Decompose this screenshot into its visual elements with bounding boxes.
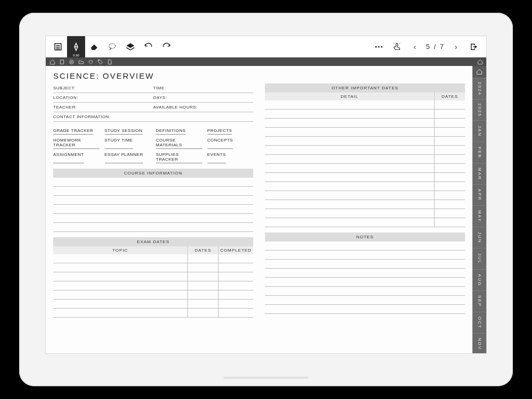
other-dates-rows [265,101,465,227]
more-icon[interactable] [370,36,388,57]
col-completed: COMPLETED [218,246,253,254]
sidetab-year-2025[interactable]: 2025 [472,99,486,120]
svg-point-12 [98,60,99,61]
app-toolbar: 0.30 ‹ 5 / [46,36,486,57]
sidetab-jul[interactable]: JUL [472,248,486,269]
svg-point-6 [375,46,377,47]
sidetab-sep[interactable]: SEP [472,290,486,312]
layers-icon[interactable] [121,36,139,57]
sidetab-may[interactable]: MAY [472,205,486,227]
field-subject: SUBJECT: [53,86,153,90]
undo-icon[interactable] [139,36,157,57]
link-homework-tracker[interactable]: HOMEWORK TRACKER [53,138,99,149]
redo-icon[interactable] [157,36,176,57]
sidetab-jan[interactable]: JAN [472,120,486,142]
side-tabs: 2024 2025 JAN FEB MAR APR MAY JUN JUL AU… [472,66,486,353]
quick-links: GRADE TRACKER STUDY SESSION DEFINITIONS … [53,128,253,163]
link-grade-tracker[interactable]: GRADE TRACKER [53,128,93,135]
link-study-time[interactable]: STUDY TIME [105,138,133,149]
exam-subheader: TOPIC DATES COMPLETED [53,246,253,254]
sidetab-mar[interactable]: MAR [472,163,486,184]
touch-gesture-icon[interactable] [388,36,406,57]
sidetab-oct[interactable]: OCT [472,312,486,333]
right-column: OTHER IMPORTANT DATES DETAIL DATES [265,84,465,318]
field-days: DAYS: [153,95,253,100]
page-indicator: 5 / 7 [424,43,447,51]
eraser-icon[interactable] [85,36,103,57]
svg-point-10 [69,60,73,63]
col-dates: DATES [187,246,218,254]
other-dates-subheader: DETAIL DATES [265,93,465,101]
page-body: SCIENCE: OVERVIEW SUBJECT:TIME: LOCATION… [46,66,472,353]
exit-icon[interactable] [465,36,483,57]
link-supplies-tracker[interactable]: SUPPLIES TRACKER [156,152,202,163]
link-events[interactable]: EVENTS [207,152,226,163]
exam-rows [53,254,253,318]
left-column: SUBJECT:TIME: LOCATION:DAYS: TEACHER:AVA… [53,84,253,318]
tablet-frame: 0.30 ‹ 5 / [19,13,513,386]
next-page-icon[interactable]: › [447,36,465,57]
screen: 0.30 ‹ 5 / [46,36,486,353]
link-study-session[interactable]: STUDY SESSION [105,128,143,135]
link-assignment[interactable]: ASSIGNMENT [53,152,84,163]
field-contact: CONTACT INFORMATION: [53,114,111,119]
field-time: TIME: [153,86,253,90]
pen-tool-icon[interactable]: 0.30 [67,36,85,57]
link-projects[interactable]: PROJECTS [207,128,232,135]
notes-lines [265,242,465,314]
secondary-toolbar [46,57,486,66]
notes-header: NOTES [265,232,465,242]
link-course-materials[interactable]: COURSE MATERIALS [156,138,202,149]
pen-size-label: 0.30 [67,54,85,57]
lasso-select-icon[interactable] [103,36,121,57]
page-title: SCIENCE: OVERVIEW [53,71,465,80]
note-mini-icon[interactable] [59,59,65,65]
svg-point-7 [378,46,379,47]
course-info-header: COURSE INFORMATION [53,169,253,178]
link-definitions[interactable]: DEFINITIONS [156,128,186,135]
file-mini-icon[interactable] [106,59,113,65]
field-hours: AVAILABLE HOURS: [153,105,253,110]
svg-point-11 [71,61,72,63]
field-teacher: TEACHER: [53,105,153,110]
link-essay-planner[interactable]: ESSAY PLANNER [105,152,143,163]
home-indicator [223,377,309,379]
target-mini-icon[interactable] [68,59,74,65]
svg-rect-9 [60,60,63,63]
col-dates2: DATES [434,93,465,101]
sidetab-apr[interactable]: APR [472,184,486,205]
home2-mini-icon[interactable] [477,59,483,65]
sidetab-year-2024[interactable]: 2024 [472,78,486,99]
prev-page-icon[interactable]: ‹ [406,36,424,57]
exam-dates-header: EXAM DATES [53,237,253,246]
svg-point-8 [380,46,382,47]
sidetab-home-icon[interactable] [472,66,486,78]
home-mini-icon[interactable] [49,59,55,65]
tag-mini-icon[interactable] [97,59,103,65]
folder-mini-icon[interactable] [78,59,84,65]
sidetab-feb[interactable]: FEB [472,142,486,163]
course-info-lines [53,178,253,232]
field-location: LOCATION: [53,95,153,100]
col-detail: DETAIL [265,93,434,101]
sidetab-aug[interactable]: AUG [472,269,486,290]
col-topic: TOPIC [53,246,187,254]
menu-icon[interactable] [49,36,67,57]
sidetab-nov[interactable]: NOV [472,333,486,353]
svg-point-5 [109,44,115,48]
heart-mini-icon[interactable] [87,59,94,65]
other-dates-header: OTHER IMPORTANT DATES [265,84,465,93]
link-concepts[interactable]: CONCEPTS [207,138,233,149]
sidetab-jun[interactable]: JUN [472,227,486,248]
